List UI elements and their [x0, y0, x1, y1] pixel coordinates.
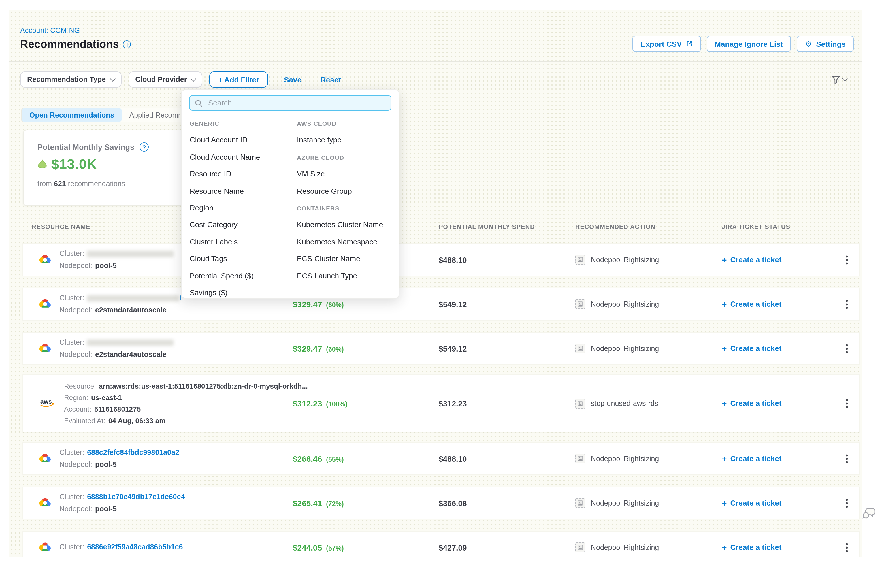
create-ticket-link[interactable]: +Create a ticket [722, 543, 782, 551]
resource-value: pool-5 [95, 261, 117, 270]
gcp-icon [39, 342, 51, 356]
kebab-menu[interactable] [840, 341, 853, 356]
menu-cell [818, 341, 859, 356]
resource-line-label: Cluster: [59, 338, 84, 346]
cloud-provider-label: Cloud Provider [135, 75, 187, 84]
kebab-menu[interactable] [840, 252, 853, 267]
create-ticket-link[interactable]: +Create a ticket [722, 399, 782, 408]
recommendation-count: 621 [54, 180, 66, 188]
table-row[interactable]: Cluster:688c2fefc84fbdc99801a0a2Nodepool… [23, 443, 859, 474]
table-row[interactable]: Cluster:iNodepool:e2standar4autoscale$32… [23, 288, 859, 320]
recommended-action: Nodepool Rightsizing [591, 256, 659, 264]
savings-value: $329.47 [293, 300, 322, 309]
create-ticket-link[interactable]: +Create a ticket [722, 344, 782, 352]
spend-cell: $427.09 [416, 542, 552, 552]
filter-option[interactable]: Kubernetes Namespace [297, 236, 377, 248]
create-ticket-label: Create a ticket [730, 454, 782, 463]
resource-line-label: Cluster: [59, 294, 84, 302]
resource-line: Cluster:i [59, 292, 181, 304]
create-ticket-label: Create a ticket [730, 344, 782, 352]
export-csv-button[interactable]: Export CSV [632, 36, 701, 52]
table-row[interactable]: Cluster:6886e92f59a48cad86b5b1c6$244.05(… [23, 531, 859, 557]
filter-option[interactable]: Cloud Tags [190, 253, 227, 265]
search-input[interactable] [207, 98, 386, 108]
action-placeholder-icon [575, 454, 585, 464]
kebab-menu[interactable] [840, 297, 853, 312]
create-ticket-link[interactable]: +Create a ticket [722, 498, 782, 507]
savings-leaf-icon [36, 159, 48, 170]
savings-value: $244.05 [293, 543, 322, 552]
cluster-link[interactable]: 6888b1c70e49db17c1de60c4 [87, 493, 185, 501]
kebab-menu[interactable] [840, 396, 853, 411]
reset-filter-link[interactable]: Reset [318, 75, 343, 84]
filter-funnel-icon[interactable] [831, 75, 847, 84]
action-placeholder-icon [575, 344, 585, 353]
help-icon[interactable] [140, 142, 149, 152]
svg-text:aws: aws [40, 398, 52, 405]
filter-option[interactable]: ECS Launch Type [297, 270, 357, 282]
account-breadcrumb[interactable]: Account: CCM-NG [20, 27, 80, 34]
filter-option[interactable]: Cluster Labels [190, 236, 237, 248]
resource-line: Cluster:6886e92f59a48cad86b5b1c6 [59, 541, 183, 554]
resource-value: 04 Aug, 06:33 am [108, 417, 165, 425]
resource-line: Evaluated At:04 Aug, 06:33 am [64, 415, 308, 427]
resource-line: Cluster: [59, 248, 174, 260]
filter-option[interactable]: Resource ID [190, 168, 231, 180]
filter-option[interactable]: Instance type [297, 135, 342, 146]
settings-button[interactable]: Settings [796, 36, 854, 52]
cloud-provider-filter[interactable]: Cloud Provider [128, 72, 202, 88]
filter-option[interactable]: Kubernetes Cluster Name [297, 219, 383, 231]
filter-option[interactable]: Potential Spend ($) [190, 270, 254, 282]
resource-value: pool-5 [95, 505, 117, 513]
create-ticket-link[interactable]: +Create a ticket [722, 454, 782, 463]
tab-open-recommendations[interactable]: Open Recommendations [22, 108, 122, 122]
filter-option[interactable]: Cloud Account ID [190, 135, 248, 146]
manage-ignore-list-button[interactable]: Manage Ignore List [706, 36, 791, 52]
savings-percent: (57%) [326, 544, 344, 551]
menu-cell [818, 396, 859, 411]
table-row[interactable]: Cluster:6888b1c70e49db17c1de60c4Nodepool… [23, 487, 859, 519]
kebab-menu[interactable] [840, 540, 853, 555]
filter-option[interactable]: Resource Group [297, 185, 352, 197]
filter-option[interactable]: Cloud Account Name [190, 152, 260, 163]
action-placeholder-icon [575, 498, 585, 508]
aws-icon: aws [39, 397, 56, 411]
cluster-link[interactable]: 688c2fefc84fbdc99801a0a2 [87, 448, 179, 456]
resource-line-label: Region: [64, 394, 88, 402]
resource-line-label: Account: [64, 405, 92, 413]
create-ticket-label: Create a ticket [730, 255, 782, 264]
create-ticket-link[interactable]: +Create a ticket [722, 300, 782, 308]
kebab-menu[interactable] [840, 451, 853, 466]
filter-option[interactable]: VM Size [297, 168, 325, 180]
save-filter-link[interactable]: Save [282, 75, 304, 84]
add-filter-button[interactable]: + Add Filter [209, 72, 268, 88]
recommendation-type-filter[interactable]: Recommendation Type [20, 72, 122, 88]
create-ticket-label: Create a ticket [730, 399, 782, 408]
savings-cell: $329.47(60%) [270, 343, 416, 354]
table-row[interactable]: Cluster:Nodepool:pool-5$488.10Nodepool R… [23, 244, 859, 276]
redacted-value [87, 250, 174, 257]
filter-option[interactable]: Resource Name [190, 185, 244, 197]
menu-cell [818, 451, 859, 466]
divider [311, 75, 311, 84]
create-ticket-link[interactable]: +Create a ticket [722, 255, 782, 264]
table-row[interactable]: awsResource:arn:aws:rds:us-east-1:511616… [23, 375, 859, 432]
recommended-action: Nodepool Rightsizing [591, 499, 659, 507]
header-divider [9, 61, 862, 62]
filter-dropdown: GENERICCloud Account IDCloud Account Nam… [181, 89, 399, 298]
kebab-menu[interactable] [840, 495, 853, 510]
table-row[interactable]: Cluster:Nodepool:e2standar4autoscale$329… [23, 333, 859, 364]
info-icon[interactable] [123, 40, 131, 48]
filter-option[interactable]: ECS Cluster Name [297, 253, 360, 265]
filter-option[interactable]: Cost Category [190, 219, 237, 231]
chat-support-icon[interactable] [862, 507, 876, 522]
savings-value: $312.23 [293, 399, 322, 408]
filter-option[interactable]: Region [190, 202, 213, 214]
page-title: Recommendations [20, 38, 119, 51]
filter-option[interactable]: Savings ($) [190, 287, 228, 298]
savings-value: $265.41 [293, 498, 322, 508]
create-ticket-label: Create a ticket [730, 498, 782, 507]
action-placeholder-icon [575, 255, 585, 265]
cluster-link[interactable]: 6886e92f59a48cad86b5b1c6 [87, 543, 183, 551]
resource-cell: Cluster:6886e92f59a48cad86b5b1c6 [23, 540, 270, 554]
